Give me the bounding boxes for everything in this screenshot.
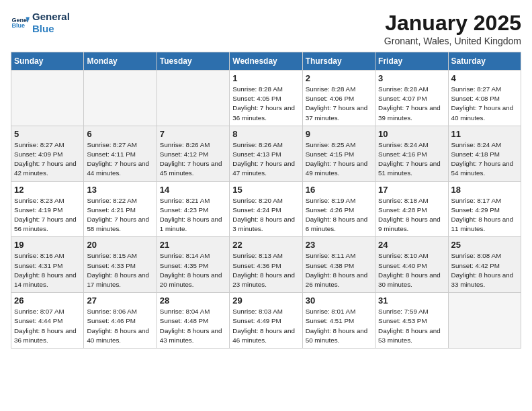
day-info: Sunrise: 8:03 AMSunset: 4:49 PMDaylight:… xyxy=(232,307,299,345)
weekday-header-monday: Monday xyxy=(84,52,157,71)
day-info: Sunrise: 8:25 AMSunset: 4:15 PMDaylight:… xyxy=(306,140,372,179)
day-info: Sunrise: 8:26 AMSunset: 4:13 PMDaylight:… xyxy=(232,140,299,179)
day-number: 8 xyxy=(232,129,299,139)
day-info: Sunrise: 8:26 AMSunset: 4:12 PMDaylight:… xyxy=(160,140,226,179)
calendar-cell xyxy=(11,71,84,126)
calendar-cell: 17Sunrise: 8:18 AMSunset: 4:28 PMDayligh… xyxy=(375,181,448,237)
day-number: 17 xyxy=(378,185,445,195)
calendar-cell xyxy=(448,293,521,349)
weekday-header-sunday: Sunday xyxy=(11,52,84,71)
calendar-cell: 4Sunrise: 8:27 AMSunset: 4:08 PMDaylight… xyxy=(448,71,521,126)
day-number: 3 xyxy=(378,73,445,83)
day-number: 31 xyxy=(378,295,445,306)
day-number: 29 xyxy=(232,295,299,306)
calendar-cell: 2Sunrise: 8:28 AMSunset: 4:06 PMDaylight… xyxy=(302,71,375,126)
calendar-cell: 18Sunrise: 8:17 AMSunset: 4:29 PMDayligh… xyxy=(448,181,521,237)
day-info: Sunrise: 8:15 AMSunset: 4:33 PMDaylight:… xyxy=(87,251,153,289)
day-number: 6 xyxy=(87,129,153,139)
day-info: Sunrise: 8:27 AMSunset: 4:09 PMDaylight:… xyxy=(14,140,81,179)
day-number: 12 xyxy=(14,185,81,195)
calendar-cell: 19Sunrise: 8:16 AMSunset: 4:31 PMDayligh… xyxy=(11,237,84,293)
day-number: 30 xyxy=(306,295,372,306)
calendar-cell: 15Sunrise: 8:20 AMSunset: 4:24 PMDayligh… xyxy=(230,181,302,237)
title-area: January 2025 Gronant, Wales, United King… xyxy=(384,11,521,46)
day-number: 7 xyxy=(160,129,226,139)
day-number: 27 xyxy=(87,295,153,306)
day-info: Sunrise: 8:24 AMSunset: 4:18 PMDaylight:… xyxy=(451,140,518,179)
day-number: 16 xyxy=(306,185,372,195)
day-info: Sunrise: 8:24 AMSunset: 4:16 PMDaylight:… xyxy=(378,140,445,179)
day-info: Sunrise: 8:27 AMSunset: 4:08 PMDaylight:… xyxy=(451,85,518,123)
day-info: Sunrise: 8:04 AMSunset: 4:48 PMDaylight:… xyxy=(160,307,226,345)
day-number: 20 xyxy=(87,240,153,250)
day-number: 26 xyxy=(14,295,81,306)
weekday-header-thursday: Thursday xyxy=(302,52,375,71)
day-info: Sunrise: 8:14 AMSunset: 4:35 PMDaylight:… xyxy=(160,251,226,289)
day-info: Sunrise: 7:59 AMSunset: 4:53 PMDaylight:… xyxy=(378,307,445,345)
day-number: 15 xyxy=(232,185,299,195)
day-number: 14 xyxy=(160,185,226,195)
calendar-cell: 25Sunrise: 8:08 AMSunset: 4:42 PMDayligh… xyxy=(448,237,521,293)
weekday-header-tuesday: Tuesday xyxy=(157,52,229,71)
calendar-cell: 21Sunrise: 8:14 AMSunset: 4:35 PMDayligh… xyxy=(157,237,229,293)
day-number: 19 xyxy=(14,240,81,250)
day-info: Sunrise: 8:01 AMSunset: 4:51 PMDaylight:… xyxy=(306,307,372,345)
day-info: Sunrise: 8:08 AMSunset: 4:42 PMDaylight:… xyxy=(451,251,518,289)
calendar-header-row: SundayMondayTuesdayWednesdayThursdayFrid… xyxy=(11,52,521,71)
calendar-table: SundayMondayTuesdayWednesdayThursdayFrid… xyxy=(11,52,521,349)
day-number: 22 xyxy=(232,240,299,250)
day-info: Sunrise: 8:28 AMSunset: 4:05 PMDaylight:… xyxy=(232,85,299,123)
day-info: Sunrise: 8:07 AMSunset: 4:44 PMDaylight:… xyxy=(14,307,81,345)
day-info: Sunrise: 8:27 AMSunset: 4:11 PMDaylight:… xyxy=(87,140,153,179)
day-number: 5 xyxy=(14,129,81,139)
calendar-cell: 10Sunrise: 8:24 AMSunset: 4:16 PMDayligh… xyxy=(375,126,448,181)
calendar-week-4: 19Sunrise: 8:16 AMSunset: 4:31 PMDayligh… xyxy=(11,237,521,293)
day-number: 10 xyxy=(378,129,445,139)
calendar-cell: 31Sunrise: 7:59 AMSunset: 4:53 PMDayligh… xyxy=(375,293,448,349)
logo-icon: General Blue xyxy=(11,13,30,32)
day-info: Sunrise: 8:21 AMSunset: 4:23 PMDaylight:… xyxy=(160,196,226,234)
calendar-cell: 12Sunrise: 8:23 AMSunset: 4:19 PMDayligh… xyxy=(11,181,84,237)
calendar-cell: 29Sunrise: 8:03 AMSunset: 4:49 PMDayligh… xyxy=(230,293,302,349)
weekday-header-wednesday: Wednesday xyxy=(230,52,302,71)
calendar-cell: 26Sunrise: 8:07 AMSunset: 4:44 PMDayligh… xyxy=(11,293,84,349)
day-number: 25 xyxy=(451,240,518,250)
day-number: 1 xyxy=(232,73,299,83)
calendar-cell: 24Sunrise: 8:10 AMSunset: 4:40 PMDayligh… xyxy=(375,237,448,293)
logo-blue: Blue xyxy=(32,23,70,35)
calendar-cell: 16Sunrise: 8:19 AMSunset: 4:26 PMDayligh… xyxy=(302,181,375,237)
calendar-cell xyxy=(157,71,229,126)
calendar-cell: 1Sunrise: 8:28 AMSunset: 4:05 PMDaylight… xyxy=(230,71,302,126)
day-info: Sunrise: 8:20 AMSunset: 4:24 PMDaylight:… xyxy=(232,196,299,234)
day-number: 23 xyxy=(306,240,372,250)
calendar-cell: 8Sunrise: 8:26 AMSunset: 4:13 PMDaylight… xyxy=(230,126,302,181)
calendar-cell: 5Sunrise: 8:27 AMSunset: 4:09 PMDaylight… xyxy=(11,126,84,181)
day-number: 18 xyxy=(451,185,518,195)
calendar-cell: 30Sunrise: 8:01 AMSunset: 4:51 PMDayligh… xyxy=(302,293,375,349)
page-header: General Blue General Blue January 2025 G… xyxy=(11,11,521,46)
day-info: Sunrise: 8:28 AMSunset: 4:07 PMDaylight:… xyxy=(378,85,445,123)
calendar-cell: 28Sunrise: 8:04 AMSunset: 4:48 PMDayligh… xyxy=(157,293,229,349)
calendar-cell xyxy=(84,71,157,126)
day-info: Sunrise: 8:22 AMSunset: 4:21 PMDaylight:… xyxy=(87,196,153,234)
day-number: 11 xyxy=(451,129,518,139)
logo: General Blue General Blue xyxy=(11,11,70,35)
calendar-week-1: 1Sunrise: 8:28 AMSunset: 4:05 PMDaylight… xyxy=(11,71,521,126)
day-info: Sunrise: 8:23 AMSunset: 4:19 PMDaylight:… xyxy=(14,196,81,234)
day-number: 24 xyxy=(378,240,445,250)
calendar-cell: 6Sunrise: 8:27 AMSunset: 4:11 PMDaylight… xyxy=(84,126,157,181)
day-number: 13 xyxy=(87,185,153,195)
calendar-cell: 7Sunrise: 8:26 AMSunset: 4:12 PMDaylight… xyxy=(157,126,229,181)
day-info: Sunrise: 8:28 AMSunset: 4:06 PMDaylight:… xyxy=(306,85,372,123)
calendar-week-5: 26Sunrise: 8:07 AMSunset: 4:44 PMDayligh… xyxy=(11,293,521,349)
logo-general: General xyxy=(32,11,70,23)
weekday-header-friday: Friday xyxy=(375,52,448,71)
location: Gronant, Wales, United Kingdom xyxy=(384,36,521,46)
day-info: Sunrise: 8:11 AMSunset: 4:38 PMDaylight:… xyxy=(306,251,372,289)
calendar-cell: 13Sunrise: 8:22 AMSunset: 4:21 PMDayligh… xyxy=(84,181,157,237)
day-number: 9 xyxy=(306,129,372,139)
day-number: 2 xyxy=(306,73,372,83)
day-info: Sunrise: 8:16 AMSunset: 4:31 PMDaylight:… xyxy=(14,251,81,289)
calendar-week-3: 12Sunrise: 8:23 AMSunset: 4:19 PMDayligh… xyxy=(11,181,521,237)
day-info: Sunrise: 8:10 AMSunset: 4:40 PMDaylight:… xyxy=(378,251,445,289)
